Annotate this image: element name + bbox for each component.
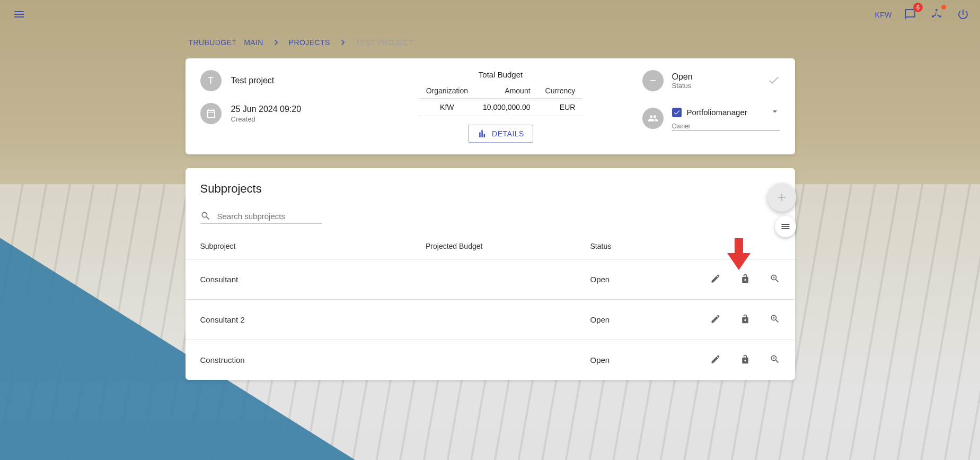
avatar-letter: T (208, 75, 214, 86)
zoom-in-icon (770, 354, 780, 364)
plus-icon (775, 191, 788, 204)
view-button[interactable] (770, 354, 780, 366)
budget-table: Organization Amount Currency KfW 10,000,… (419, 83, 583, 116)
pencil-icon (710, 273, 721, 284)
chart-icon (477, 128, 488, 139)
hamburger-icon (13, 8, 25, 21)
subprojects-table: Subproject Projected Budget Status Consu… (186, 233, 795, 380)
created-label: Created (231, 115, 302, 123)
owner-label: Owner (672, 123, 780, 130)
table-row: Construction Open (186, 340, 795, 380)
notification-badge: 6 (913, 3, 923, 12)
edit-button[interactable] (710, 273, 721, 285)
permissions-button[interactable] (740, 273, 751, 285)
budget-currency: EUR (538, 99, 583, 116)
edit-button[interactable] (710, 314, 721, 326)
breadcrumb-current: TEST PROJECT (356, 38, 414, 47)
owner-checkbox[interactable] (672, 108, 682, 117)
budget-row: KfW 10,000,000.00 EUR (419, 99, 583, 116)
col-status: Status (576, 233, 673, 259)
search-input[interactable] (216, 211, 322, 221)
power-icon (957, 8, 969, 21)
status-value: Open (672, 72, 693, 82)
content: TRUBUDGET MAIN PROJECTS TEST PROJECT T T… (180, 30, 800, 426)
add-subproject-button (767, 183, 796, 212)
lock-open-icon (740, 354, 751, 364)
owner-chip (642, 108, 664, 129)
budget-title: Total Budget (381, 70, 621, 79)
search-icon (200, 211, 211, 221)
dash-icon (648, 75, 658, 86)
status-chip (642, 70, 664, 91)
logout-button[interactable] (955, 6, 972, 24)
pencil-icon (710, 314, 721, 324)
table-row: Consultant Open (186, 259, 795, 300)
owner-select[interactable]: Portfoliomanager Owner (672, 106, 780, 131)
network-button[interactable] (928, 6, 945, 24)
people-icon (648, 113, 658, 124)
chevron-right-icon (338, 37, 348, 48)
details-button[interactable]: DETAILS (468, 125, 533, 143)
zoom-in-icon (770, 273, 780, 284)
lock-open-icon (740, 273, 751, 284)
alert-dot-icon (941, 5, 946, 10)
budget-org: KfW (419, 99, 475, 116)
hub-icon (930, 8, 943, 21)
cell-budget (411, 259, 576, 300)
edit-button[interactable] (710, 354, 721, 366)
view-button[interactable] (770, 273, 780, 285)
col-org: Organization (419, 83, 475, 99)
view-button[interactable] (770, 314, 780, 326)
status-label: Status (672, 82, 693, 90)
check-icon (767, 74, 780, 86)
subprojects-title: Subprojects (200, 182, 795, 196)
breadcrumb-link-trubudget[interactable]: TRUBUDGET (189, 38, 237, 47)
col-amount: Amount (475, 83, 538, 99)
topbar: KFW 6 (0, 0, 980, 30)
budget-amount: 10,000,000.00 (475, 99, 538, 116)
lock-open-icon (740, 314, 751, 324)
list-icon (780, 221, 791, 232)
status-row: Open Status (642, 70, 780, 91)
approve-button[interactable] (767, 74, 780, 88)
list-options-button[interactable] (775, 216, 796, 237)
menu-button[interactable] (8, 4, 30, 27)
owner-row: Portfoliomanager Owner (642, 106, 780, 131)
cell-status: Open (576, 259, 673, 300)
calendar-icon (206, 108, 216, 119)
project-avatar: T (200, 70, 222, 91)
project-title: Test project (231, 76, 275, 85)
cell-budget (411, 340, 576, 380)
project-header-card: T Test project 25 Jun 2024 09:20 Created (186, 58, 795, 154)
subprojects-card: Subprojects Subproject Projected Budget … (186, 168, 795, 380)
user-label: KFW (875, 11, 892, 19)
cell-budget (411, 300, 576, 340)
project-meta: T Test project 25 Jun 2024 09:20 Created (200, 70, 359, 136)
col-subproject: Subproject (186, 233, 411, 259)
calendar-chip (200, 103, 222, 124)
breadcrumb: TRUBUDGET MAIN PROJECTS TEST PROJECT (186, 30, 795, 58)
cell-status: Open (576, 340, 673, 380)
topbar-right: KFW 6 (875, 6, 972, 24)
project-side: Open Status (642, 70, 780, 131)
budget-panel: Total Budget Organization Amount Currenc… (381, 70, 621, 143)
details-label: DETAILS (492, 129, 524, 138)
owner-name: Portfoliomanager (687, 108, 747, 117)
created-date: 25 Jun 2024 09:20 (231, 105, 302, 114)
pencil-icon (710, 354, 721, 364)
dropdown-caret-icon (770, 106, 780, 118)
permissions-button[interactable] (740, 314, 751, 326)
cell-name: Consultant (186, 259, 411, 300)
breadcrumb-link-main[interactable]: MAIN (244, 38, 263, 47)
cell-status: Open (576, 300, 673, 340)
checkmark-icon (673, 109, 681, 116)
permissions-button[interactable] (740, 354, 751, 366)
messages-button[interactable]: 6 (902, 6, 919, 24)
cell-name: Construction (186, 340, 411, 380)
search-field[interactable] (200, 211, 322, 224)
col-budget: Projected Budget (411, 233, 576, 259)
breadcrumb-link-projects[interactable]: PROJECTS (289, 38, 330, 47)
chevron-right-icon (271, 37, 281, 48)
col-currency: Currency (538, 83, 583, 99)
zoom-in-icon (770, 314, 780, 324)
